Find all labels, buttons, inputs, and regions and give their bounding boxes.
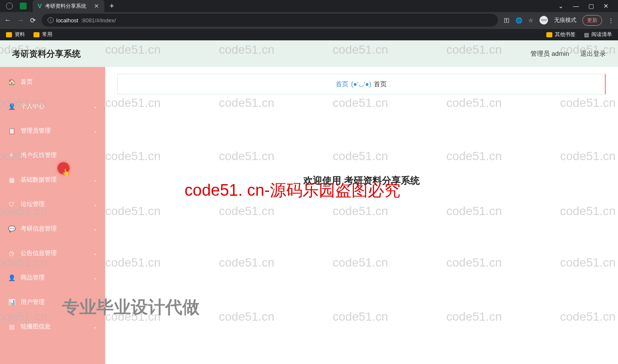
chevron-down-icon: ⌄ <box>93 250 97 256</box>
sidebar-item-label: 轮播图信息 <box>21 323 51 331</box>
chevron-down-icon: ⌄ <box>93 275 97 281</box>
sidebar-item-2[interactable]: 📋管理员管理⌄ <box>0 118 105 143</box>
sidebar-item-label: 论坛管理 <box>21 200 45 208</box>
window-close-icon[interactable]: ✕ <box>603 3 609 9</box>
favicon-green <box>20 3 27 9</box>
folder-icon <box>33 32 39 37</box>
sidebar-item-label: 用户反馈管理 <box>21 152 57 159</box>
sidebar-item-0[interactable]: 🏠首页 <box>0 70 105 94</box>
translate-icon[interactable]: 🌐 <box>515 17 522 24</box>
window-minimize-icon[interactable]: — <box>573 3 579 9</box>
tab-title: 考研资料分享系统 <box>45 3 86 10</box>
sidebar-icon: 👤 <box>8 274 15 281</box>
sidebar-item-3[interactable]: ✈用户反馈管理 <box>0 143 105 167</box>
sidebar-item-label: 考研信息管理 <box>21 225 57 233</box>
other-bookmarks[interactable]: 其他书签 <box>546 31 576 38</box>
site-info-icon[interactable]: i <box>48 17 54 23</box>
window-controls: ⌄ — ▢ ✕ <box>558 3 615 9</box>
window-dropdown-icon[interactable]: ⌄ <box>558 3 563 9</box>
sidebar-icon: ▤ <box>8 323 15 330</box>
url-path: :8081/#/index/ <box>81 17 116 24</box>
chevron-down-icon: ⌄ <box>93 128 97 134</box>
sidebar: 🏠首页👤个人中心⌄📋管理员管理⌄✈用户反馈管理▦基础数据管理⌄🛡论坛管理⌄💬考研… <box>0 67 105 364</box>
folder-icon <box>6 32 12 37</box>
sidebar-item-5[interactable]: 🛡论坛管理⌄ <box>0 192 105 216</box>
current-user-label[interactable]: 管理员 admin <box>530 50 569 58</box>
sidebar-icon: 👤 <box>8 103 15 110</box>
sidebar-item-label: 管理员管理 <box>21 127 51 135</box>
chevron-down-icon: ⌄ <box>93 177 97 183</box>
chevron-down-icon: ⌄ <box>93 103 97 109</box>
sidebar-item-label: 基础数据管理 <box>21 176 57 184</box>
sidebar-item-9[interactable]: 📊用户管理 <box>0 290 105 314</box>
incognito-label: 无痕模式 <box>554 16 576 24</box>
bookmark-star-icon[interactable]: ☆ <box>528 17 533 24</box>
url-host: localhost <box>56 17 78 24</box>
bookmark-item[interactable]: 常用 <box>33 31 52 38</box>
sidebar-item-6[interactable]: 💬考研信息管理⌄ <box>0 216 105 241</box>
update-button[interactable]: 更新 <box>582 15 602 26</box>
welcome-text: 欢迎使用 考研资料分享系统 <box>105 174 618 187</box>
sidebar-item-label: 首页 <box>21 78 33 86</box>
menu-icon[interactable]: ⋮ <box>608 17 614 24</box>
nav-bar: ← → ⟳ i localhost:8081/#/index/ ⚿ 🌐 ☆ 👓 … <box>0 12 618 28</box>
breadcrumb: 首页 (●'◡'●) 首页 <box>117 74 606 94</box>
address-bar[interactable]: i localhost:8081/#/index/ <box>42 14 498 27</box>
sidebar-icon: 🛡 <box>8 201 15 208</box>
sidebar-icon: 📋 <box>8 127 15 134</box>
sidebar-icon: 🏠 <box>8 79 15 85</box>
toolbar-right: ⚿ 🌐 ☆ 👓 无痕模式 更新 ⋮ <box>504 15 614 26</box>
sidebar-icon: ◷ <box>8 250 15 257</box>
sidebar-item-label: 个人中心 <box>21 103 45 110</box>
reading-list[interactable]: ▤阅读清单 <box>584 31 612 38</box>
nav-forward-icon[interactable]: → <box>17 16 24 24</box>
key-icon[interactable]: ⚿ <box>504 17 509 24</box>
folder-icon <box>546 32 552 37</box>
app-header: 考研资料分享系统 管理员 admin 退出登录 <box>0 40 618 67</box>
blank-tab-icon <box>6 3 13 9</box>
chevron-down-icon: ⌄ <box>93 324 97 330</box>
breadcrumb-current: 首页 <box>374 80 387 88</box>
app: 考研资料分享系统 管理员 admin 退出登录 🏠首页👤个人中心⌄📋管理员管理⌄… <box>0 40 618 364</box>
sidebar-item-1[interactable]: 👤个人中心⌄ <box>0 94 105 118</box>
window-maximize-icon[interactable]: ▢ <box>588 3 594 9</box>
sidebar-item-label: 商品管理 <box>21 274 45 282</box>
sidebar-item-label: 用户管理 <box>21 298 45 306</box>
chevron-down-icon: ⌄ <box>93 201 97 207</box>
sidebar-icon: ▦ <box>8 176 15 183</box>
breadcrumb-link[interactable]: 首页 <box>336 80 348 88</box>
vue-logo-icon: V <box>38 3 42 9</box>
nav-back-icon[interactable]: ← <box>4 16 11 24</box>
breadcrumb-face: (●'◡'●) <box>351 80 371 88</box>
sidebar-item-label: 公告信息管理 <box>21 249 57 257</box>
main-content: 首页 (●'◡'●) 首页 欢迎使用 考研资料分享系统 <box>105 67 618 364</box>
sidebar-icon: 💬 <box>8 225 15 232</box>
browser-chrome: V 考研资料分享系统 ✕ + ⌄ — ▢ ✕ ← → ⟳ i localhost… <box>0 0 618 40</box>
sidebar-item-10[interactable]: ▤轮播图信息⌄ <box>0 314 105 339</box>
sidebar-icon: 📊 <box>8 299 15 306</box>
browser-tab[interactable]: V 考研资料分享系统 ✕ <box>33 0 104 12</box>
list-icon: ▤ <box>584 32 589 38</box>
tab-close-icon[interactable]: ✕ <box>94 3 99 9</box>
sidebar-item-7[interactable]: ◷公告信息管理⌄ <box>0 241 105 265</box>
chevron-down-icon: ⌄ <box>93 226 97 232</box>
logout-button[interactable]: 退出登录 <box>580 50 606 58</box>
bookmark-item[interactable]: 资料 <box>6 31 25 38</box>
app-body: 🏠首页👤个人中心⌄📋管理员管理⌄✈用户反馈管理▦基础数据管理⌄🛡论坛管理⌄💬考研… <box>0 67 618 364</box>
sidebar-item-8[interactable]: 👤商品管理⌄ <box>0 265 105 290</box>
tab-strip: V 考研资料分享系统 ✕ + ⌄ — ▢ ✕ <box>0 0 618 12</box>
bookmark-bar: 资料 常用 其他书签 ▤阅读清单 <box>0 28 618 40</box>
sidebar-item-4[interactable]: ▦基础数据管理⌄ <box>0 167 105 192</box>
incognito-icon: 👓 <box>539 16 548 24</box>
app-title: 考研资料分享系统 <box>12 48 81 60</box>
nav-reload-icon[interactable]: ⟳ <box>30 16 36 24</box>
new-tab-button[interactable]: + <box>109 2 114 11</box>
sidebar-icon: ✈ <box>8 152 15 159</box>
